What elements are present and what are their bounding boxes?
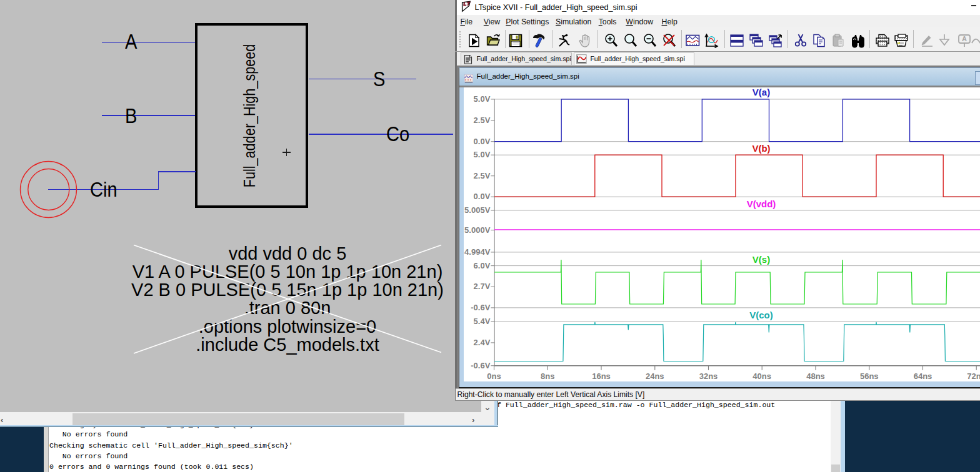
svg-text:A: A [962, 35, 967, 42]
